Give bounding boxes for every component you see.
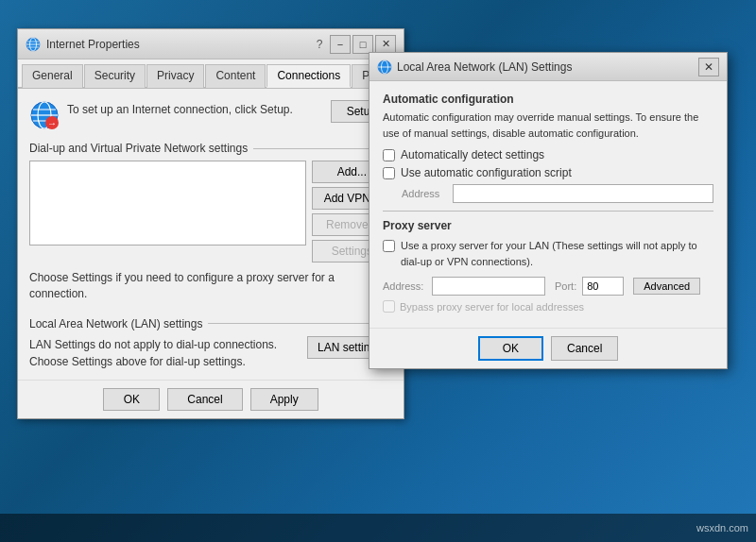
window-title: Internet Properties — [46, 38, 140, 51]
internet-icon — [26, 37, 41, 52]
titlebar-buttons: ? − □ ✕ — [311, 35, 396, 54]
tab-general[interactable]: General — [22, 64, 83, 88]
tab-connections[interactable]: Connections — [266, 64, 351, 88]
section-divider — [383, 211, 713, 212]
help-button[interactable]: ? — [311, 36, 328, 53]
auto-config-desc: Automatic configuration may override man… — [383, 110, 713, 141]
tab-security[interactable]: Security — [84, 64, 146, 88]
taskbar: wsxdn.com — [0, 514, 756, 542]
choose-settings-row: Choose Settings if you need to configure… — [29, 270, 392, 302]
lan-settings-dialog: Local Area Network (LAN) Settings ✕ Auto… — [369, 52, 728, 369]
lan-row: LAN Settings do not apply to dial-up con… — [29, 336, 392, 370]
cancel-button[interactable]: Cancel — [167, 388, 242, 411]
proxy-server-title: Proxy server — [383, 219, 713, 232]
apply-button[interactable]: Apply — [250, 388, 318, 411]
choose-settings-text: Choose Settings if you need to configure… — [29, 270, 392, 302]
auto-detect-label: Automatically detect settings — [401, 148, 544, 161]
proxy-address-input[interactable] — [432, 277, 545, 296]
minimize-button[interactable]: − — [330, 35, 351, 54]
dialup-section-label: Dial-up and Virtual Private Network sett… — [29, 142, 392, 155]
dialog-footer: OK Cancel — [369, 328, 727, 368]
auto-script-address-input[interactable] — [453, 184, 713, 203]
tab-content[interactable]: Content — [205, 64, 266, 88]
ok-button[interactable]: OK — [103, 388, 160, 411]
proxy-address-label: Address: — [383, 280, 426, 292]
address-label: Address — [402, 188, 447, 199]
proxy-port-label: Port: — [555, 280, 576, 292]
titlebar-left: Internet Properties — [26, 37, 140, 52]
lan-section-label: Local Area Network (LAN) settings — [29, 317, 392, 330]
proxy-address-row: Address: Port: Advanced — [383, 277, 713, 296]
dialog-title: Local Area Network (LAN) Settings — [397, 60, 572, 74]
vpn-listbox[interactable] — [29, 161, 306, 246]
taskbar-text: wsxdn.com — [696, 522, 748, 534]
window-footer: OK Cancel Apply — [18, 380, 404, 418]
dialog-close-button[interactable]: ✕ — [698, 58, 719, 76]
setup-row: → To set up an Internet connection, clic… — [29, 100, 392, 130]
maximize-button[interactable]: □ — [352, 35, 373, 54]
proxy-port-input[interactable] — [582, 277, 624, 296]
auto-script-label: Use automatic configuration script — [401, 166, 572, 179]
dialog-titlebar: Local Area Network (LAN) Settings ✕ — [369, 53, 727, 81]
lan-description: LAN Settings do not apply to dial-up con… — [29, 336, 300, 370]
tab-privacy[interactable]: Privacy — [146, 64, 204, 88]
tabs-bar: General Security Privacy Content Connect… — [18, 59, 404, 89]
proxy-desc-text: Use a proxy server for your LAN (These s… — [401, 238, 713, 269]
auto-config-title: Automatic configuration — [383, 93, 713, 106]
auto-script-checkbox[interactable] — [383, 167, 395, 179]
bypass-row: Bypass proxy server for local addresses — [383, 300, 713, 313]
svg-text:→: → — [47, 118, 57, 128]
dialog-ok-button[interactable]: OK — [478, 336, 543, 361]
proxy-checkbox-row: Use a proxy server for your LAN (These s… — [383, 238, 713, 269]
internet-properties-window: Internet Properties ? − □ ✕ General Secu… — [17, 28, 404, 419]
bypass-label: Bypass proxy server for local addresses — [400, 301, 584, 313]
close-button[interactable]: ✕ — [375, 35, 396, 54]
vpn-list-area: Add... Add VPN... Remove... Settings — [29, 161, 392, 263]
auto-detect-row: Automatically detect settings — [383, 148, 713, 161]
dialog-content: Automatic configuration Automatic config… — [369, 81, 727, 322]
window-titlebar: Internet Properties ? − □ ✕ — [18, 29, 404, 59]
dialog-icon — [377, 59, 392, 75]
dialog-cancel-button[interactable]: Cancel — [551, 336, 618, 361]
globe-icon: → — [29, 100, 60, 130]
lan-section: Local Area Network (LAN) settings LAN Se… — [29, 317, 392, 370]
auto-detect-checkbox[interactable] — [383, 149, 395, 161]
proxy-advanced-button[interactable]: Advanced — [633, 278, 700, 295]
auto-script-address-row: Address — [402, 184, 713, 203]
proxy-server-checkbox[interactable] — [383, 240, 395, 252]
setup-description: To set up an Internet connection, click … — [67, 100, 293, 118]
connections-content: → To set up an Internet connection, clic… — [18, 89, 404, 380]
bypass-checkbox[interactable] — [383, 300, 395, 313]
auto-script-row: Use automatic configuration script — [383, 166, 713, 179]
